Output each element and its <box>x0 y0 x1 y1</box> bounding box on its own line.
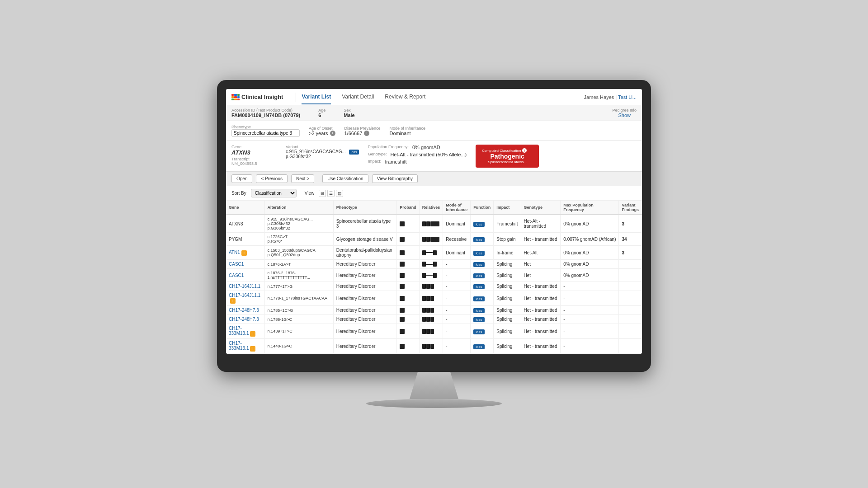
test-link[interactable]: Test Li... <box>618 94 637 100</box>
loss-tag: loss <box>473 273 484 278</box>
gene-name-link[interactable]: CH17-248H7.3 <box>229 308 259 313</box>
proband-cell <box>397 315 420 324</box>
findings-cell <box>619 339 642 354</box>
pop-freq-cell: - <box>561 306 619 315</box>
relatives-cell <box>419 215 443 233</box>
warning-icon: ! <box>250 346 255 352</box>
gene-name-red[interactable]: ATXN3 <box>229 221 243 226</box>
alteration-cell: n.1778-1_1778insTGACTAACAA <box>264 291 333 306</box>
view-list-icon[interactable]: ☰ <box>327 190 335 197</box>
gene-name-link[interactable]: CH17-164J11.1 <box>229 284 260 289</box>
pedigree-show-link[interactable]: Show <box>618 113 631 118</box>
alteration-cell: c.1503_1508dupGCAGCAp.Q501_Q502dup <box>264 246 333 260</box>
genotype-cell: Het - transmitted <box>521 282 561 291</box>
pop-freq-cell: - <box>561 339 619 354</box>
table-row[interactable]: PYGMc.1726C>Tp.R570*Glycogen storage dis… <box>226 233 642 246</box>
impact-cell: Splicing <box>494 269 521 282</box>
proband-cell <box>397 282 420 291</box>
mode-cell: Recessive <box>443 233 471 246</box>
previous-button[interactable]: < Previous <box>256 174 288 183</box>
gene-name-link[interactable]: CASC1 <box>229 262 244 267</box>
alteration-cell: n.1785+1C>G <box>264 306 333 315</box>
view-bibliography-button[interactable]: View Bibliography <box>372 174 418 183</box>
gene-name-link[interactable]: CH17-333M13.1 <box>229 341 249 351</box>
gene-name-link[interactable]: ATN1 <box>229 250 240 255</box>
phenotype-field: Phenotype Spinocerebellar ataxia type 3 <box>231 125 300 137</box>
view-grid-icon[interactable]: ⊞ <box>319 190 326 197</box>
variant-transcript: NM_004993.5 <box>231 161 277 166</box>
table-row[interactable]: CASC1c.1876-2A>THereditary Disorder-loss… <box>226 260 642 269</box>
loss-tag: loss <box>473 296 484 301</box>
age-onset-info-icon[interactable]: i <box>330 131 335 136</box>
genotype-value: Het-Alt - transmitted (50% Allele...) <box>390 152 467 157</box>
tab-review-report[interactable]: Review & Report <box>385 90 425 104</box>
relatives-cell <box>419 233 443 246</box>
function-cell: loss <box>471 291 494 306</box>
tab-variant-detail[interactable]: Variant Detail <box>342 90 374 104</box>
table-row[interactable]: ATXN3c.915_916insCAGCAG... p.G306fs*32p.… <box>226 215 642 233</box>
table-row[interactable]: CH17-248H7.3n.1786-1G>CHereditary Disord… <box>226 315 642 324</box>
genotype-cell: Het-Alt <box>521 246 561 260</box>
gene-name-link[interactable]: CASC1 <box>229 273 244 278</box>
findings-cell <box>619 269 642 282</box>
sort-select[interactable]: Classification <box>251 189 297 197</box>
table-row[interactable]: CH17-333M13.1!n.1439+1T>CHereditary Diso… <box>226 324 642 339</box>
relatives-cell <box>419 339 443 354</box>
relatives-cell <box>419 269 443 282</box>
nav-divider <box>296 93 296 102</box>
nav-tabs: Variant List Variant Detail Review & Rep… <box>302 90 584 104</box>
findings-cell <box>619 291 642 306</box>
gene-cell: CH17-164J11.1! <box>226 291 264 306</box>
loss-tag: loss <box>473 237 484 242</box>
phenotype-select[interactable]: Spinocerebellar ataxia type 3 <box>231 129 300 137</box>
gene-label: Gene <box>231 145 277 149</box>
impact-cell: Splicing <box>494 324 521 339</box>
gene-cell: CH17-333M13.1! <box>226 324 264 339</box>
use-classification-button[interactable]: Use Classification <box>322 174 368 183</box>
next-button[interactable]: Next > <box>291 174 314 183</box>
transcript-label: Transcript <box>231 157 277 161</box>
classification-button[interactable]: Computed Classification ! Pathogenic Spi… <box>476 145 539 168</box>
genotype-cell: Het - transmitted <box>521 324 561 339</box>
table-row[interactable]: CH17-248H7.3n.1785+1C>GHereditary Disord… <box>226 306 642 315</box>
table-row[interactable]: CH17-333M13.1!n.1440-1G>CHereditary Diso… <box>226 339 642 354</box>
disease-prev-field: Disease Prevalence 1/66667 i <box>344 126 381 136</box>
gene-cell: CASC1 <box>226 260 264 269</box>
disease-prev-info-icon[interactable]: i <box>364 131 369 136</box>
phenotype-cell: Hereditary Disorder <box>333 306 397 315</box>
header-user: James Hayes | Test Li... <box>584 94 637 100</box>
warning-icon: ! <box>250 331 255 337</box>
age-onset-field: Age of Onset >2 years i <box>309 126 335 136</box>
table-row[interactable]: ATN1!c.1503_1508dupGCAGCAp.Q501_Q502dupD… <box>226 246 642 260</box>
genotype-cell: Het-Alt - transmitted <box>521 215 561 233</box>
proband-cell <box>397 215 420 233</box>
variant-detail-row: Gene ATXN3 Transcript NM_004993.5 Varian… <box>226 141 642 172</box>
logo-text: Clinical Insight <box>241 94 283 100</box>
pop-freq-cell: - <box>561 315 619 324</box>
gene-cell: CH17-248H7.3 <box>226 315 264 324</box>
table-row[interactable]: CH17-164J11.1!n.1778-1_1778insTGACTAACAA… <box>226 291 642 306</box>
mode-cell: - <box>443 324 471 339</box>
findings-cell: 3 <box>619 215 642 233</box>
view-detail-icon[interactable]: ▤ <box>336 190 343 197</box>
genotype-cell: Het - transmitted <box>521 339 561 354</box>
gene-name-red[interactable]: PYGM <box>229 237 242 242</box>
sex-field: Sex Male <box>344 108 354 118</box>
gene-name-link[interactable]: CH17-248H7.3 <box>229 317 259 322</box>
genotype-cell: Het - transmitted <box>521 291 561 306</box>
table-row[interactable]: CH17-164J11.1n.1777+1T>GHereditary Disor… <box>226 282 642 291</box>
table-row[interactable]: CASC1c.1876-2_1876-1insTTTTTTTTTTTTT...H… <box>226 269 642 282</box>
phenotype-cell: Glycogen storage disease V <box>333 233 397 246</box>
open-button[interactable]: Open <box>231 174 252 183</box>
findings-cell <box>619 306 642 315</box>
phenotype-cell: Hereditary Disorder <box>333 269 397 282</box>
findings-cell: 3 <box>619 246 642 260</box>
pop-freq-cell: - <box>561 291 619 306</box>
function-cell: loss <box>471 315 494 324</box>
gene-name-link[interactable]: CH17-333M13.1 <box>229 326 249 336</box>
phenotype-cell: Hereditary Disorder <box>333 291 397 306</box>
phenotype-cell: Hereditary Disorder <box>333 324 397 339</box>
col-phenotype: Phenotype <box>333 201 397 215</box>
tab-variant-list[interactable]: Variant List <box>302 90 331 104</box>
gene-name-link[interactable]: CH17-164J11.1 <box>229 293 260 298</box>
